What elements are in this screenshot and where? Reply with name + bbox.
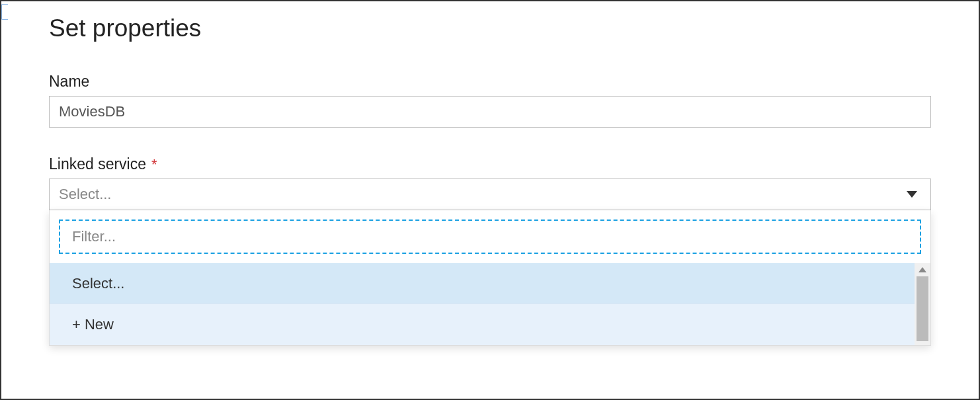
dropdown-option-new-label: + New — [72, 316, 114, 333]
dropdown-option-select-label: Select... — [72, 275, 124, 292]
linked-service-label: Linked service * — [49, 155, 931, 173]
dropdown-filter-wrap — [50, 220, 930, 263]
page-title: Set properties — [49, 15, 931, 42]
linked-service-field-group: Linked service * Select... Select... — [49, 155, 931, 210]
linked-service-dropdown: Select... + New — [49, 210, 931, 346]
linked-service-select-wrap: Select... Select... + New — [49, 179, 931, 210]
dropdown-option-new[interactable]: + New — [50, 304, 915, 345]
dropdown-option-select[interactable]: Select... — [50, 263, 915, 304]
linked-service-select-placeholder: Select... — [59, 186, 111, 203]
name-input[interactable] — [49, 96, 931, 128]
dropdown-options-container: Select... + New — [50, 263, 930, 345]
dropdown-options-list: Select... + New — [50, 263, 915, 345]
linked-service-select[interactable]: Select... — [49, 179, 931, 210]
dropdown-filter-input[interactable] — [59, 220, 921, 254]
properties-panel: Set properties Name Linked service * Sel… — [1, 1, 979, 210]
scroll-up-arrow-icon — [919, 267, 926, 272]
name-label-text: Name — [49, 73, 89, 91]
linked-service-label-text: Linked service — [49, 155, 146, 173]
chevron-down-icon — [907, 191, 917, 198]
name-label: Name — [49, 73, 931, 91]
scroll-thumb[interactable] — [917, 276, 928, 341]
required-star-icon: * — [151, 156, 157, 173]
dropdown-scrollbar[interactable] — [915, 263, 930, 345]
name-field-group: Name — [49, 73, 931, 128]
left-edge-sliver-icon — [1, 4, 8, 20]
